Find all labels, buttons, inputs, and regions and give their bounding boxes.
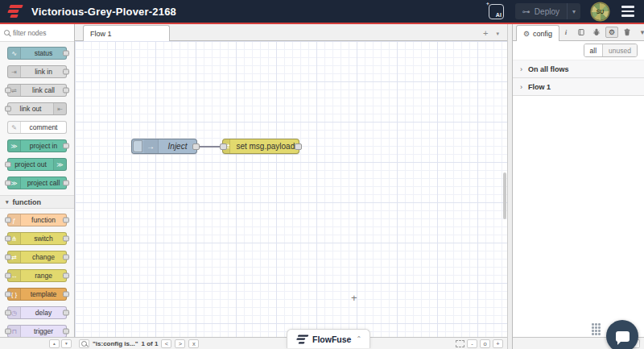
input-port: [5, 106, 11, 112]
widget-drag-handle[interactable]: [592, 323, 601, 336]
sidebar-resize-handle[interactable]: [507, 24, 513, 349]
deploy-icon: ⊶: [522, 7, 530, 16]
node-red-editor: Victorious-Grey-Plover-2168 ⁺ AI ⊶ Deplo…: [0, 0, 644, 349]
input-port[interactable]: [220, 143, 227, 150]
deploy-options-caret[interactable]: ▾: [567, 3, 580, 19]
book-icon: [577, 28, 585, 36]
canvas-search-button[interactable]: [79, 339, 89, 348]
node-label: link in: [21, 66, 66, 77]
output-port: [63, 329, 69, 334]
input-port: [5, 162, 11, 168]
inject-icon: →: [143, 139, 159, 153]
navigator-toggle-icon[interactable]: [456, 340, 464, 347]
flow-tab-label: Flow 1: [90, 30, 112, 38]
palette-node-switch[interactable]: ⋔ switch: [7, 232, 67, 245]
info-tab-button[interactable]: i: [559, 27, 572, 38]
input-port: [5, 218, 11, 223]
flow-canvas[interactable]: → Inject ⇄ set msg.payload +: [75, 41, 507, 337]
chevron-right-icon: ›: [520, 65, 522, 73]
tab-flow-1[interactable]: Flow 1: [83, 25, 170, 41]
flowfuse-logo-icon: [297, 334, 307, 343]
add-flow-button[interactable]: +: [483, 29, 488, 38]
palette-node-status[interactable]: ∿ status: [7, 47, 67, 60]
gear-icon: ⚙: [523, 30, 530, 38]
node-label: Inject: [159, 139, 196, 153]
input-port: [5, 181, 11, 186]
workspace: Flow 1 + ▾ → Inject ⇄ set msg.payload +: [75, 24, 507, 337]
palette-scroll-up-button[interactable]: ▴: [49, 339, 60, 348]
node-label: template: [21, 289, 66, 300]
palette-scroll-down-button[interactable]: ▾: [61, 339, 72, 348]
palette-node-function[interactable]: ƒ function: [7, 214, 67, 226]
zoom-reset-button[interactable]: o: [480, 339, 490, 348]
node-label: link call: [21, 85, 66, 96]
status-icon: ∿: [8, 48, 21, 59]
flowfuse-label: FlowFuse: [312, 334, 351, 344]
output-port: [63, 255, 69, 260]
output-port: [63, 51, 69, 56]
output-port: [63, 273, 69, 279]
search-prev-button[interactable]: <: [161, 339, 171, 348]
ai-label: AI: [496, 12, 502, 18]
palette-node-link-call[interactable]: ⇌ link call: [7, 84, 67, 97]
flow-list-caret[interactable]: ▾: [496, 31, 499, 36]
tab-config[interactable]: ⚙ config: [516, 25, 559, 41]
palette-node-project-out[interactable]: project out ≫: [7, 158, 67, 171]
main-menu-button[interactable]: [620, 4, 636, 19]
help-tab-button[interactable]: [575, 27, 588, 38]
output-port[interactable]: [192, 143, 200, 150]
node-label: delay: [21, 307, 66, 318]
palette-node-range[interactable]: ↔ range: [7, 269, 67, 282]
zoom-out-button[interactable]: -: [467, 339, 477, 348]
link-out-icon: ⇤: [53, 103, 66, 114]
canvas-vertical-scrollbar[interactable]: [503, 172, 506, 219]
config-section-on-all-flows[interactable]: › On all flows: [513, 60, 644, 78]
flowfuse-drawer-button[interactable]: FlowFuse ⌃: [287, 329, 370, 348]
search-next-button[interactable]: >: [175, 339, 185, 348]
palette-node-project-in[interactable]: ≫ project in: [7, 139, 67, 152]
palette-node-link-in[interactable]: ⇥ link in: [7, 65, 67, 78]
config-tab-label: config: [533, 30, 552, 38]
section-label: On all flows: [528, 65, 569, 73]
palette-search[interactable]: [0, 24, 74, 42]
palette-node-link-out[interactable]: link out ⇤: [7, 102, 67, 115]
palette-category-function[interactable]: ▾ function: [0, 195, 74, 209]
filter-unused-button[interactable]: unused: [602, 44, 637, 56]
palette-node-change[interactable]: ⇄ change: [7, 251, 67, 264]
palette-list: ∿ status ⇥ link in ⇌ link call link out …: [0, 42, 74, 337]
input-port: [5, 310, 11, 316]
header: Victorious-Grey-Plover-2168 ⁺ AI ⊶ Deplo…: [0, 0, 644, 24]
chevron-down-icon: ▾: [6, 199, 9, 206]
bug-icon: [592, 28, 601, 36]
debug-tab-button[interactable]: [590, 27, 603, 38]
user-avatar[interactable]: SU: [592, 3, 609, 20]
output-port: [63, 69, 69, 75]
chat-bubble-icon: [616, 331, 630, 342]
delete-tab-button[interactable]: [621, 27, 634, 38]
search-close-button[interactable]: x: [188, 339, 199, 348]
palette-node-project-call[interactable]: ≫ project call: [7, 177, 67, 189]
palette-node-trigger[interactable]: ⊓ trigger: [7, 325, 67, 337]
palette-filter-input[interactable]: [13, 29, 66, 37]
ai-assistant-button[interactable]: ⁺ AI: [489, 4, 504, 19]
node-label: status: [21, 48, 66, 59]
node-label: project out: [8, 159, 53, 170]
palette-node-delay[interactable]: ◷ delay: [7, 306, 67, 319]
search-result-count: 1 of 1: [141, 340, 158, 347]
zoom-in-button[interactable]: +: [493, 339, 503, 348]
config-section-flow-1[interactable]: › Flow 1: [513, 78, 644, 96]
config-tab-button[interactable]: ⚙: [605, 27, 618, 38]
input-port: [5, 292, 11, 297]
node-label: project call: [21, 177, 66, 189]
sidebar-tabs-caret[interactable]: ▾: [636, 27, 644, 38]
project-out-icon: ≫: [53, 159, 66, 170]
inject-trigger-button[interactable]: [133, 140, 142, 152]
chat-widget-button[interactable]: [606, 320, 638, 349]
canvas-node-set-msg-payload[interactable]: ⇄ set msg.payload: [222, 139, 299, 154]
palette-node-template[interactable]: { } template: [7, 288, 67, 301]
palette-node-comment[interactable]: ✎ comment: [7, 121, 67, 134]
canvas-node-inject[interactable]: → Inject: [131, 139, 197, 154]
filter-all-button[interactable]: all: [584, 44, 603, 56]
output-port[interactable]: [295, 143, 302, 150]
deploy-button[interactable]: ⊶ Deploy ▾: [515, 3, 580, 19]
